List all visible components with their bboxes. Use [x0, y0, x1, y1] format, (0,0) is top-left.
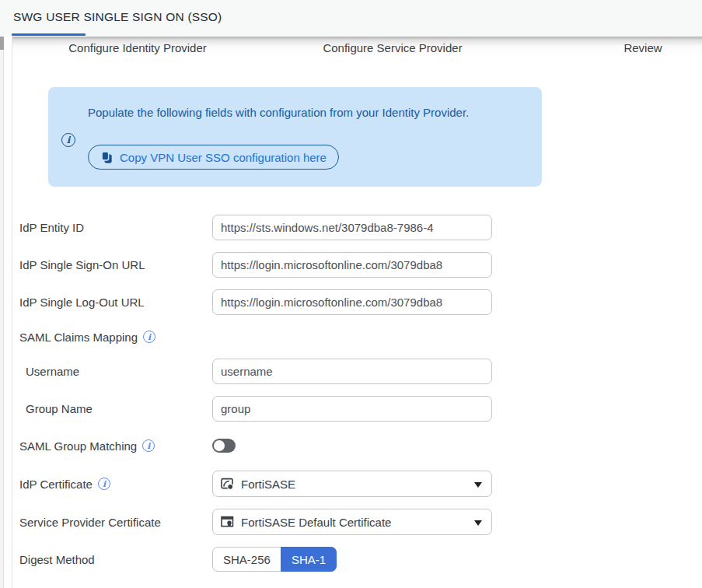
saml-group-matching-toggle[interactable]: [212, 439, 236, 453]
sp-certificate-value: FortiSASE Default Certificate: [241, 516, 391, 529]
digest-method-segmented: SHA-256 SHA-1: [212, 547, 337, 572]
group-name-input[interactable]: [212, 396, 492, 422]
field-row-sp-certificate: Service Provider Certificate FortiSASE D…: [19, 509, 492, 535]
copy-button-label: Copy VPN User SSO configuration here: [120, 151, 327, 164]
info-icon[interactable]: i: [98, 478, 110, 490]
group-name-label: Group Name: [19, 402, 212, 415]
saml-claims-mapping-section: SAML Claims Mapping i: [19, 329, 492, 345]
saml-group-matching-label: SAML Group Matching i: [19, 439, 212, 453]
saml-group-matching-text: SAML Group Matching: [19, 439, 137, 453]
idp-sso-url-input[interactable]: [212, 252, 492, 278]
left-scrollbar-track[interactable]: [0, 37, 4, 588]
idp-slo-url-input[interactable]: [212, 289, 492, 315]
toggle-knob: [214, 440, 225, 451]
username-input[interactable]: [212, 359, 492, 384]
saml-claims-mapping-text: SAML Claims Mapping: [19, 331, 138, 344]
username-label: Username: [19, 365, 212, 378]
left-scrollbar-thumb[interactable]: [0, 37, 4, 50]
idp-certificate-text: IdP Certificate: [19, 478, 93, 491]
info-alert: i Populate the following fields with con…: [48, 87, 542, 187]
field-row-idp-sso-url: IdP Single Sign-On URL: [19, 252, 492, 278]
sso-configuration-page: SWG USER SINGLE SIGN ON (SSO) Configure …: [0, 0, 702, 588]
sp-certificate-icon: [221, 516, 235, 528]
digest-sha256-button[interactable]: SHA-256: [212, 547, 281, 572]
tab-swg-user-sso[interactable]: SWG USER SINGLE SIGN ON (SSO): [13, 10, 222, 24]
idp-sso-url-label: IdP Single Sign-On URL: [19, 258, 212, 271]
saml-claims-mapping-label: SAML Claims Mapping i: [19, 331, 155, 344]
caret-down-icon: [474, 482, 482, 488]
digest-method-label: Digest Method: [19, 553, 212, 566]
digest-sha1-button[interactable]: SHA-1: [281, 547, 337, 572]
copy-icon: [100, 151, 114, 164]
sp-certificate-label: Service Provider Certificate: [19, 516, 212, 529]
field-row-idp-slo-url: IdP Single Log-Out URL: [19, 289, 492, 315]
wizard-steps-header: Configure Identity Provider Configure Se…: [12, 37, 702, 57]
idp-certificate-label: IdP Certificate i: [19, 478, 212, 491]
step-configure-service-provider: Configure Service Provider: [323, 41, 462, 54]
idp-entity-id-input[interactable]: [212, 215, 492, 240]
step-configure-identity-provider: Configure Identity Provider: [68, 41, 207, 54]
idp-slo-url-label: IdP Single Log-Out URL: [19, 296, 212, 309]
field-row-username: Username: [19, 359, 492, 384]
caret-down-icon: [474, 520, 482, 526]
info-alert-message: Populate the following fields with confi…: [88, 103, 517, 122]
idp-entity-id-label: IdP Entity ID: [19, 221, 212, 234]
field-row-group-name: Group Name: [19, 396, 492, 422]
copy-vpn-sso-config-button[interactable]: Copy VPN User SSO configuration here: [88, 145, 339, 170]
tab-bar: SWG USER SINGLE SIGN ON (SSO): [0, 0, 702, 37]
idp-certificate-value: FortiSASE: [241, 478, 295, 491]
info-icon: i: [61, 133, 75, 147]
field-row-idp-entity-id: IdP Entity ID: [19, 215, 492, 240]
idp-configuration-form: IdP Entity ID IdP Single Sign-On URL IdP…: [19, 201, 492, 583]
idp-certificate-icon: [221, 478, 235, 490]
idp-certificate-select[interactable]: FortiSASE: [212, 471, 492, 497]
panel-left-border: [12, 37, 12, 588]
field-row-idp-certificate: IdP Certificate i FortiSASE: [19, 471, 492, 497]
field-row-saml-group-matching: SAML Group Matching i: [19, 436, 492, 455]
field-row-digest-method: Digest Method SHA-256 SHA-1: [19, 547, 492, 572]
active-tab-indicator: [12, 33, 86, 36]
info-icon[interactable]: i: [142, 439, 155, 452]
sp-certificate-select[interactable]: FortiSASE Default Certificate: [212, 509, 492, 535]
step-review: Review: [623, 41, 662, 54]
info-icon[interactable]: i: [143, 331, 155, 343]
